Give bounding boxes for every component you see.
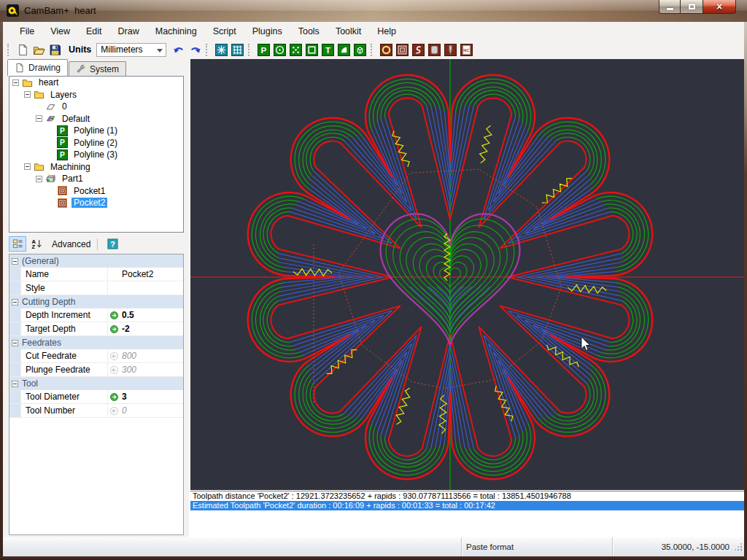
collapse-expander[interactable] bbox=[24, 163, 31, 170]
menu-script[interactable]: Script bbox=[205, 23, 244, 39]
resize-grip[interactable] bbox=[740, 549, 742, 551]
toolbar-grip bbox=[206, 44, 209, 56]
help-button[interactable]: ? bbox=[104, 236, 121, 252]
property-value: 300 bbox=[120, 365, 136, 375]
save-file-button[interactable] bbox=[47, 42, 63, 58]
property-value-cell[interactable]: 0.5 bbox=[108, 308, 183, 322]
property-value-cell[interactable] bbox=[108, 281, 183, 295]
collapse-expander[interactable] bbox=[12, 79, 19, 86]
draw-rectangle-button[interactable] bbox=[303, 42, 320, 58]
collapse-expander[interactable] bbox=[36, 115, 42, 122]
units-value: Millimeters bbox=[101, 44, 142, 55]
drawing-tree[interactable]: heartLayers0DefaultPPolyline (1)PPolylin… bbox=[9, 76, 184, 233]
generate-gcode-button[interactable]: NC bbox=[458, 42, 474, 58]
message-row[interactable]: Estimated Toolpath 'Pocket2' duration : … bbox=[190, 501, 744, 510]
polyline-icon: P bbox=[57, 137, 69, 148]
draw-text-button[interactable]: T bbox=[320, 42, 336, 58]
undo-button[interactable] bbox=[171, 42, 187, 58]
tab-system[interactable]: System bbox=[69, 61, 126, 76]
row-gutter bbox=[9, 268, 21, 281]
property-value-cell[interactable]: Pocket2 bbox=[108, 268, 183, 281]
property-section[interactable]: Cutting Depth bbox=[9, 295, 183, 308]
menu-file[interactable]: File bbox=[12, 23, 42, 39]
new-file-button[interactable] bbox=[15, 42, 31, 58]
minimize-button[interactable] bbox=[659, 0, 681, 14]
machine-pocket-button[interactable] bbox=[394, 42, 410, 58]
collapse-expander[interactable] bbox=[12, 258, 18, 265]
property-row-tool-number[interactable]: Tool Number0 bbox=[9, 404, 183, 418]
menu-tools[interactable]: Tools bbox=[290, 23, 328, 39]
message-list[interactable]: Toolpath distance 'Pocket2' : 12921.3723… bbox=[190, 491, 744, 537]
machine-lathe-button[interactable] bbox=[426, 42, 442, 58]
tree-item-polyline-2-[interactable]: PPolyline (2) bbox=[9, 137, 183, 149]
property-value-cell[interactable]: 3 bbox=[108, 390, 183, 403]
collapse-expander[interactable] bbox=[12, 299, 18, 306]
draw-circle-button[interactable] bbox=[271, 42, 287, 58]
property-section[interactable]: Feedrates bbox=[9, 336, 183, 349]
collapse-expander[interactable] bbox=[12, 381, 18, 387]
menu-edit[interactable]: Edit bbox=[78, 23, 110, 39]
tree-item-heart[interactable]: heart bbox=[9, 77, 183, 89]
menu-toolkit[interactable]: Toolkit bbox=[328, 23, 369, 39]
machine-engrave-button[interactable] bbox=[410, 42, 426, 58]
toolbar-grip bbox=[7, 44, 11, 56]
property-row-target-depth[interactable]: Target Depth-2 bbox=[9, 322, 183, 336]
section-header-label: Tool bbox=[22, 378, 38, 389]
row-gutter bbox=[9, 363, 21, 376]
tree-item-pocket2[interactable]: Pocket2 bbox=[9, 197, 183, 209]
az-sort-button[interactable]: AZ bbox=[28, 236, 45, 252]
tree-item-pocket1[interactable]: Pocket1 bbox=[9, 185, 183, 198]
tree-item-machining[interactable]: Machining bbox=[9, 161, 183, 174]
tree-item-layers[interactable]: Layers bbox=[9, 89, 183, 101]
draw-surface-button[interactable] bbox=[352, 42, 368, 58]
menu-machining[interactable]: Machining bbox=[147, 23, 205, 39]
property-row-cut-feedrate[interactable]: Cut Feedrate800 bbox=[9, 349, 183, 363]
property-value-cell[interactable]: 300 bbox=[108, 363, 183, 376]
machine-profile-button[interactable] bbox=[378, 42, 394, 58]
property-row-tool-diameter[interactable]: Tool Diameter3 bbox=[9, 390, 183, 404]
property-row-depth-increment[interactable]: Depth Increment0.5 bbox=[9, 308, 183, 322]
tree-item-part1[interactable]: Part1 bbox=[9, 173, 183, 185]
draw-arc-button[interactable] bbox=[336, 42, 352, 58]
collapse-expander[interactable] bbox=[24, 91, 31, 98]
value-default-icon bbox=[108, 351, 120, 361]
snap-points-button[interactable] bbox=[213, 42, 229, 58]
property-value-cell[interactable]: -2 bbox=[108, 322, 183, 335]
menu-plugins[interactable]: Plugins bbox=[244, 23, 290, 39]
property-row-style[interactable]: Style bbox=[9, 281, 183, 295]
draw-polyline-button[interactable]: P bbox=[255, 42, 271, 58]
property-section[interactable]: Tool bbox=[9, 377, 183, 390]
units-combobox[interactable]: Millimeters bbox=[96, 43, 166, 57]
property-value-cell[interactable]: 800 bbox=[108, 349, 183, 362]
polyline-icon: P bbox=[57, 125, 69, 136]
message-row[interactable]: Toolpath distance 'Pocket2' : 12921.3723… bbox=[190, 491, 744, 501]
arrow-default-icon bbox=[109, 365, 119, 375]
tab-drawing[interactable]: Drawing bbox=[7, 59, 68, 76]
drawing-canvas[interactable] bbox=[190, 59, 744, 490]
collapse-expander[interactable] bbox=[36, 176, 42, 182]
property-row-plunge-feedrate[interactable]: Plunge Feedrate300 bbox=[9, 363, 183, 377]
advanced-button[interactable]: Advanced bbox=[52, 239, 90, 249]
maximize-button[interactable] bbox=[681, 0, 703, 14]
property-section[interactable]: (General) bbox=[9, 254, 183, 268]
menu-draw[interactable]: Draw bbox=[110, 23, 147, 39]
properties-grid[interactable]: (General)NamePocket2StyleCutting DepthDe… bbox=[9, 254, 184, 535]
menu-view[interactable]: View bbox=[42, 23, 78, 39]
grid-button[interactable] bbox=[229, 42, 245, 58]
menu-help[interactable]: Help bbox=[369, 23, 404, 39]
tree-item-default[interactable]: Default bbox=[9, 113, 183, 125]
tree-item-polyline-1-[interactable]: PPolyline (1) bbox=[9, 125, 183, 137]
property-label: Cut Feedrate bbox=[21, 349, 108, 362]
redo-button[interactable] bbox=[187, 42, 203, 58]
open-file-button[interactable] bbox=[31, 42, 47, 58]
value-no-icon bbox=[108, 283, 120, 293]
tree-item-polyline-3-[interactable]: PPolyline (3) bbox=[9, 149, 183, 161]
collapse-expander[interactable] bbox=[12, 340, 18, 346]
machine-drill-button[interactable] bbox=[442, 42, 458, 58]
close-button[interactable]: × bbox=[703, 0, 736, 14]
tree-item-0[interactable]: 0 bbox=[9, 101, 183, 113]
categorized-button[interactable] bbox=[9, 236, 26, 252]
property-row-name[interactable]: NamePocket2 bbox=[9, 268, 183, 281]
property-value-cell[interactable]: 0 bbox=[108, 404, 183, 417]
draw-points-button[interactable] bbox=[287, 42, 303, 58]
